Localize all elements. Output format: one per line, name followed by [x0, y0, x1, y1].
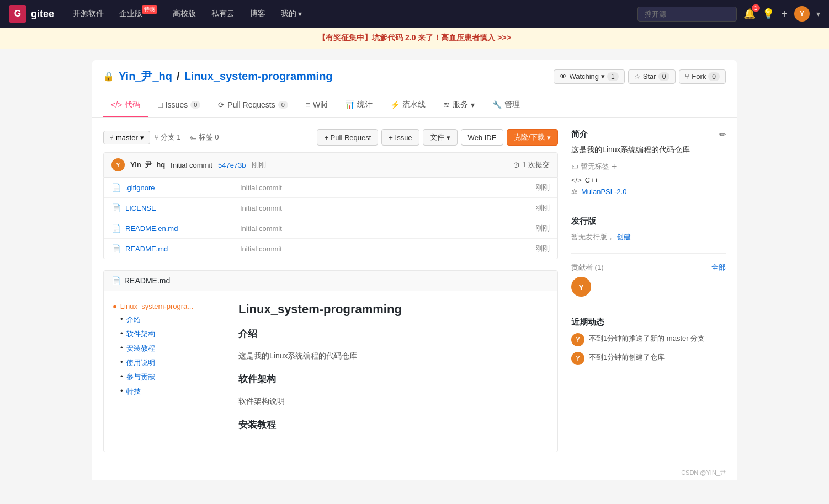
star-button[interactable]: ☆ Star 0	[628, 69, 676, 84]
commit-author[interactable]: Yin_尹_hq	[130, 160, 165, 170]
file-commit-readme: Initial commit	[240, 245, 531, 253]
file-commit-license: Initial commit	[240, 204, 531, 212]
gitee-icon-btn[interactable]: 💡	[762, 8, 774, 20]
watch-button[interactable]: 👁 Watching ▾ 1	[554, 69, 624, 84]
add-button[interactable]: +	[781, 8, 788, 20]
edit-intro-icon[interactable]: ✏	[719, 130, 726, 139]
nav-opensource[interactable]: 开源软件	[67, 0, 109, 28]
file-time-license: 刚刚	[535, 203, 550, 213]
file-row: 📄 .gitignore Initial commit 刚刚	[104, 178, 557, 198]
file-icon-readme-en: 📄	[111, 224, 121, 233]
file-name-license[interactable]: LICENSE	[125, 204, 236, 212]
commit-hash[interactable]: 547e73b	[218, 161, 246, 169]
services-dropdown-icon: ▾	[471, 100, 475, 109]
code-lang-icon: </>	[571, 176, 582, 184]
file-name-readme[interactable]: README.md	[125, 245, 236, 253]
commit-author-avatar[interactable]: Y	[111, 158, 125, 171]
contributors-header: 贡献者 (1) 全部	[571, 262, 726, 272]
repo-name-link[interactable]: Linux_system-programming	[184, 70, 333, 83]
clone-btn[interactable]: 克隆/下载 ▾	[507, 129, 558, 146]
nav-mine[interactable]: 我的 ▾	[275, 0, 307, 28]
release-empty: 暂无发行版， 创建	[571, 232, 726, 242]
activity-item-1: Y 不到1分钟前推送了新的 master 分支	[571, 333, 726, 346]
file-time-readme-en: 刚刚	[535, 223, 550, 233]
tab-issues[interactable]: □ Issues 0	[150, 94, 208, 117]
activity-item-2: Y 不到1分钟前创建了仓库	[571, 352, 726, 365]
promo-link[interactable]: 【有奖征集中】坑爹代码 2.0 来了！高血压患者慎入 >>>	[318, 33, 511, 42]
toc-item-install[interactable]: • 安装教程	[120, 341, 216, 356]
sidebar-intro-desc: 这是我的Linux系统编程的代码仓库	[571, 145, 726, 155]
nav-blog[interactable]: 博客	[245, 0, 271, 28]
file-btn[interactable]: 文件 ▾	[423, 129, 458, 146]
toc-item-intro[interactable]: • 介绍	[120, 313, 216, 327]
branch-name: master	[116, 133, 138, 142]
file-icon-license: 📄	[111, 203, 121, 212]
repo-body: ⑂ master ▾ ⑂ 分支 1 🏷 标签 0 + Pull Request	[92, 118, 737, 463]
nav-private-cloud[interactable]: 私有云	[206, 0, 240, 28]
readme-header: 📄 README.md	[104, 271, 557, 291]
sidebar-intro: 简介 ✏ 这是我的Linux系统编程的代码仓库 🏷 暂无标签 + </> C++…	[571, 129, 726, 196]
repo-actions: 👁 Watching ▾ 1 ☆ Star 0 ⑂ Fork 0	[554, 69, 726, 84]
toc-item-arch[interactable]: • 软件架构	[120, 327, 216, 341]
repo-owner-link[interactable]: Yin_尹_hq	[119, 69, 172, 84]
file-icon-gitignore: 📄	[111, 183, 121, 192]
nav-enterprise[interactable]: 企业版 特惠	[114, 0, 163, 28]
tab-services[interactable]: ≋ 服务 ▾	[435, 93, 482, 117]
tab-manage[interactable]: 🔧 管理	[485, 93, 528, 117]
add-tag-icon[interactable]: +	[612, 162, 617, 171]
promo-banner: 【有奖征集中】坑爹代码 2.0 来了！高血压患者慎入 >>>	[0, 28, 829, 49]
readme-section: 📄 README.md ● Linux_system-progra... • 介…	[103, 270, 558, 452]
toc-item-main[interactable]: ● Linux_system-progra...	[113, 300, 216, 313]
logo-area[interactable]: G gitee	[9, 5, 54, 23]
toc-item-usage[interactable]: • 使用说明	[120, 356, 216, 370]
readme-main-title: Linux_system-programming	[238, 302, 544, 317]
file-name-gitignore[interactable]: .gitignore	[125, 184, 236, 192]
wiki-tab-icon: ≡	[306, 100, 310, 109]
pull-request-btn[interactable]: + Pull Request	[317, 129, 378, 146]
tab-wiki[interactable]: ≡ Wiki	[298, 94, 336, 117]
fork-button[interactable]: ⑂ Fork 0	[679, 69, 726, 84]
tab-stats[interactable]: 📊 统计	[337, 93, 380, 117]
activity-text-1: 不到1分钟前推送了新的 master 分支	[589, 333, 705, 344]
file-row: 📄 LICENSE Initial commit 刚刚	[104, 198, 557, 218]
issues-tab-label: Issues	[166, 100, 188, 109]
action-buttons: + Pull Request + Issue 文件 ▾ Web IDE 克隆/下…	[317, 129, 558, 146]
issues-tab-badge: 0	[190, 101, 200, 109]
user-dropdown[interactable]: ▾	[816, 9, 820, 18]
footer-note: CSDN @YIN_尹	[92, 463, 737, 480]
sidebar-release: 发行版 暂无发行版， 创建	[571, 216, 726, 242]
pr-tab-label: Pull Requests	[227, 100, 275, 109]
tab-pipeline[interactable]: ⚡ 流水线	[382, 93, 433, 117]
notification-bell[interactable]: 🔔 1	[743, 8, 756, 20]
webide-btn[interactable]: Web IDE	[461, 129, 504, 146]
star-icon: ☆	[634, 72, 641, 81]
watch-count: 1	[607, 72, 619, 81]
wiki-tab-label: Wiki	[313, 100, 327, 109]
search-input[interactable]	[637, 7, 737, 22]
tab-code[interactable]: </> 代码	[103, 93, 148, 117]
issue-btn[interactable]: + Issue	[381, 129, 419, 146]
toc-item-tricks[interactable]: • 特技	[120, 384, 216, 399]
readme-arch-content: 软件架构说明	[238, 395, 544, 407]
services-tab-icon: ≋	[443, 100, 450, 109]
create-release-link[interactable]: 创建	[617, 232, 631, 242]
file-row: 📄 README.en.md Initial commit 刚刚	[104, 218, 557, 239]
toc-item-contribute[interactable]: • 参与贡献	[120, 370, 216, 384]
tag-icon: 🏷	[190, 133, 197, 142]
file-name-readme-en[interactable]: README.en.md	[125, 224, 236, 233]
readme-arch-heading: 软件架构	[238, 373, 544, 389]
sidebar-license[interactable]: ⚖ MulanPSL-2.0	[571, 187, 726, 196]
pr-tab-icon: ⟳	[218, 100, 225, 109]
branch-bar: ⑂ master ▾ ⑂ 分支 1 🏷 标签 0 + Pull Request	[103, 129, 558, 146]
contributor-avatar[interactable]: Y	[571, 277, 591, 297]
sidebar-contributors: 贡献者 (1) 全部 Y	[571, 262, 726, 297]
watch-label: Watching	[569, 72, 599, 81]
fork-label: Fork	[692, 72, 706, 81]
user-avatar[interactable]: Y	[794, 6, 810, 22]
tab-pull-requests[interactable]: ⟳ Pull Requests 0	[210, 94, 296, 117]
commit-message: Initial commit	[171, 161, 212, 169]
nav-university[interactable]: 高校版	[167, 0, 201, 28]
branch-selector[interactable]: ⑂ master ▾	[103, 131, 150, 144]
divider-1	[571, 207, 726, 207]
contributors-all-link[interactable]: 全部	[711, 262, 726, 272]
